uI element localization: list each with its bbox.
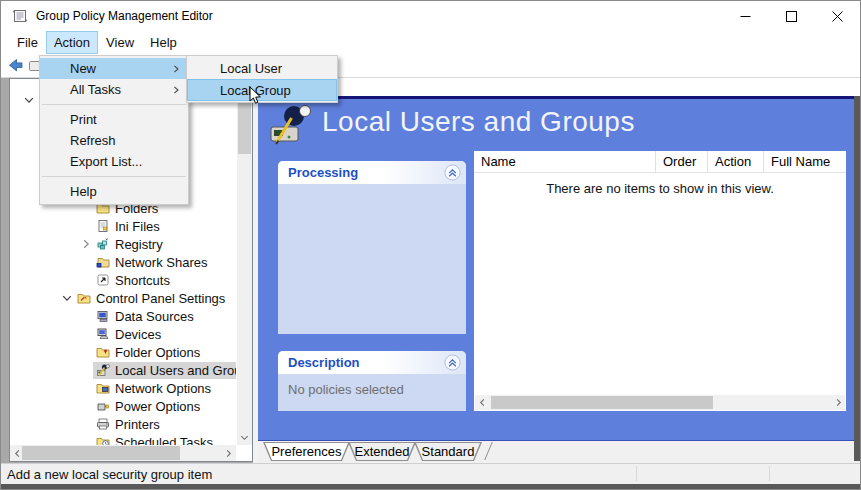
panel-body: No policies selected [278, 374, 466, 405]
tree-item-label: Printers [115, 417, 160, 432]
tree-expander-down-icon[interactable] [60, 291, 74, 305]
tree-item-label: Devices [115, 327, 161, 342]
tree-item-inner: Folder Options [93, 344, 236, 361]
tree-item-folder-options[interactable]: Folder Options [10, 343, 236, 361]
column-header-name[interactable]: Name [474, 151, 656, 172]
tree-item-label: Shortcuts [115, 273, 170, 288]
tree-expander-right-icon[interactable] [79, 237, 93, 251]
menu-item-label: Print [70, 112, 97, 127]
scroll-right-icon[interactable] [831, 395, 845, 410]
folder-options-icon [96, 345, 110, 359]
tree-item-printers[interactable]: Printers [10, 415, 236, 433]
network-options-icon [96, 381, 110, 395]
tree-item-inner: Registry [93, 236, 236, 253]
tree-item-registry[interactable]: Registry [10, 235, 236, 253]
new-submenu: Local UserLocal Group [186, 55, 338, 103]
tree-item-label: Ini Files [115, 219, 160, 234]
tree-item-label: Scheduled Tasks [115, 435, 213, 446]
tree-vertical-scrollbar[interactable] [237, 79, 252, 445]
tree-item-inner: Local Users and Groups [93, 362, 236, 379]
tree-item-inner: Control Panel Settings [74, 290, 236, 307]
mouse-cursor [249, 86, 262, 109]
tree-item-inner: Devices [93, 326, 236, 343]
column-header-full-name[interactable]: Full Name [764, 151, 846, 172]
chevron-up-circle-icon[interactable] [444, 164, 461, 181]
status-separator [636, 466, 637, 481]
close-icon[interactable] [815, 1, 860, 31]
panel-title: Processing [288, 165, 358, 180]
group-policy-editor-window: Group Policy Management Editor FileActio… [0, 0, 861, 490]
scroll-down-icon[interactable] [237, 430, 252, 445]
description-panel: Description No policies selected [278, 351, 466, 411]
details-top-spacer [258, 78, 860, 96]
action-menu-item-export-list[interactable]: Export List... [40, 151, 188, 172]
chevron-up-circle-icon[interactable] [444, 354, 461, 371]
action-menu-item-print[interactable]: Print [40, 109, 188, 130]
menu-item-label: Help [70, 184, 97, 199]
status-separator [769, 466, 770, 481]
action-menu-item-help[interactable]: Help [40, 181, 188, 202]
action-menu-item-refresh[interactable]: Refresh [40, 130, 188, 151]
window-edge-strip [854, 96, 860, 461]
control-panel-icon [77, 291, 91, 305]
scroll-left-icon[interactable] [475, 395, 489, 410]
tree-item-inner: Printers [93, 416, 236, 433]
tree-expander-spacer [79, 399, 93, 413]
back-arrow-icon[interactable] [7, 57, 24, 78]
tab-label: Preferences [264, 443, 349, 460]
tree-item-local-users-and-groups[interactable]: Local Users and Groups [10, 361, 236, 379]
menu-help[interactable]: Help [142, 31, 185, 54]
local-users-groups-icon [96, 363, 110, 377]
tree-expander-spacer [79, 273, 93, 287]
action-menu-item-new[interactable]: New [40, 58, 188, 79]
tree-expander-spacer [79, 363, 93, 377]
tree-item-label: Power Options [115, 399, 200, 414]
tree-item-devices[interactable]: Devices [10, 325, 236, 343]
tree-item-inner: Network Shares [93, 254, 236, 271]
tree-horizontal-scrollbar[interactable] [10, 445, 236, 461]
tree-item-data-sources[interactable]: Data Sources [10, 307, 236, 325]
minimize-icon[interactable] [723, 1, 768, 31]
action-menu-item-all-tasks[interactable]: All Tasks [40, 79, 188, 100]
scrollbar-thumb[interactable] [22, 446, 180, 460]
title-bar: Group Policy Management Editor [1, 1, 860, 31]
app-icon [12, 8, 28, 24]
description-panel-header: Description [278, 351, 466, 374]
action-menu: NewAll TasksPrintRefreshExport List...He… [39, 55, 189, 205]
tree-expander-down-icon[interactable] [22, 93, 36, 107]
tree-item-network-options[interactable]: Network Options [10, 379, 236, 397]
tree-expander-spacer [79, 309, 93, 323]
tree-item-inner: Data Sources [93, 308, 236, 325]
tree-expander-spacer [79, 381, 93, 395]
tree-item-ini-files[interactable]: Ini Files [10, 217, 236, 235]
tree-item-power-options[interactable]: Power Options [10, 397, 236, 415]
menu-file[interactable]: File [9, 31, 46, 54]
column-header-action[interactable]: Action [708, 151, 764, 172]
tree-item-control-panel-settings[interactable]: Control Panel Settings [10, 289, 236, 307]
submenu-item-local-user[interactable]: Local User [187, 57, 337, 79]
maximize-icon[interactable] [769, 1, 814, 31]
column-header-order[interactable]: Order [656, 151, 708, 172]
printers-icon [96, 417, 110, 431]
window-bottom-frame [1, 484, 860, 490]
submenu-item-local-group[interactable]: Local Group [187, 79, 337, 101]
scrollbar-thumb[interactable] [491, 396, 713, 409]
tree-item-network-shares[interactable]: Network Shares [10, 253, 236, 271]
details-pane: Local Users and Groups Processing Descri… [258, 78, 860, 463]
menu-action[interactable]: Action [46, 31, 98, 54]
list-empty-message: There are no items to show in this view. [474, 181, 846, 196]
submenu-arrow-icon [171, 64, 181, 74]
menu-view[interactable]: View [98, 31, 142, 54]
tab-label: Extended [349, 443, 415, 460]
menu-item-label: Refresh [70, 133, 116, 148]
tab-strip: PreferencesExtendedStandard [258, 441, 860, 463]
tab-preferences[interactable]: Preferences [263, 442, 350, 461]
list-horizontal-scrollbar[interactable] [475, 395, 845, 410]
tree-expander-spacer [79, 345, 93, 359]
tree-item-shortcuts[interactable]: Shortcuts [10, 271, 236, 289]
scroll-right-icon[interactable] [221, 445, 236, 461]
panel-title: Description [288, 355, 360, 370]
tree-item-scheduled-tasks[interactable]: Scheduled Tasks [10, 433, 236, 445]
tab-standard[interactable]: Standard [414, 442, 482, 461]
tab-extended[interactable]: Extended [348, 442, 416, 461]
